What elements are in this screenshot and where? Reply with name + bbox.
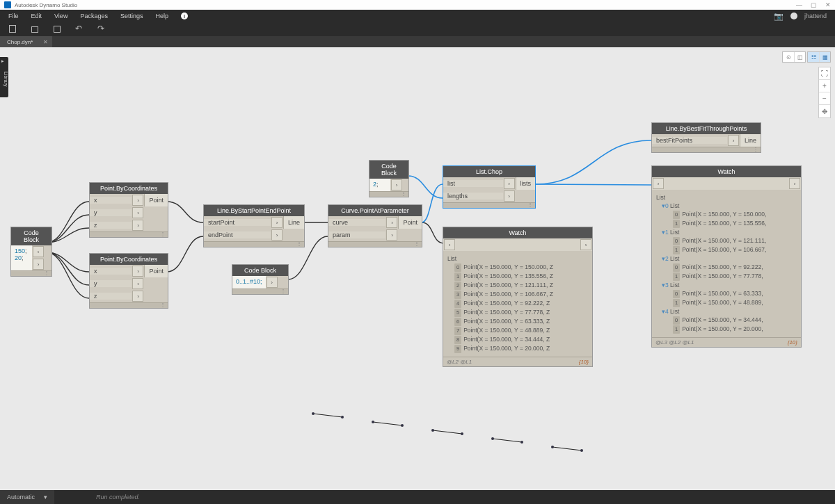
node-header[interactable]: Point.ByCoordinates xyxy=(90,183,168,194)
output-port[interactable]: Line xyxy=(283,216,304,229)
svg-line-12 xyxy=(552,447,582,450)
output-port[interactable]: Point xyxy=(144,265,168,277)
run-mode-dropdown[interactable]: Automatic ▾ xyxy=(0,490,54,504)
node-header[interactable]: List.Chop xyxy=(443,166,535,177)
input-port[interactable]: › xyxy=(653,178,664,189)
view-toggles: ⊙ ◫ ☷ ▦ xyxy=(782,51,831,63)
info-icon[interactable]: i xyxy=(181,13,188,19)
node-point-by-coordinates-1[interactable]: Point.ByCoordinates x› y› z› Point xyxy=(89,182,168,238)
menu-file[interactable]: File xyxy=(8,13,19,19)
node-code-block-2[interactable]: Code Block 0..1..#10; › xyxy=(232,264,289,295)
input-port[interactable]: › xyxy=(132,220,143,231)
node-header[interactable]: Code Block xyxy=(369,161,408,179)
menu-bar: File Edit View Packages Settings Help i … xyxy=(0,10,835,22)
camera-icon[interactable]: 📷 xyxy=(774,12,784,21)
input-port[interactable]: › xyxy=(132,195,143,206)
view-3d-icon[interactable]: ▦ xyxy=(819,52,830,62)
svg-point-2 xyxy=(341,416,344,418)
output-port[interactable]: Point xyxy=(144,194,168,206)
menu-view[interactable]: View xyxy=(54,13,67,19)
app-title: Autodesk Dynamo Studio xyxy=(15,2,77,8)
redo-icon[interactable] xyxy=(97,25,106,33)
view-graph-icon[interactable]: ☷ xyxy=(808,52,819,62)
user-name[interactable]: jhattend xyxy=(804,13,827,19)
input-port[interactable]: › xyxy=(444,239,455,250)
node-header[interactable]: Code Block xyxy=(11,227,51,245)
svg-point-11 xyxy=(520,441,523,444)
node-code-block-3[interactable]: Code Block 2; › xyxy=(369,160,409,197)
pan-icon[interactable]: ✥ xyxy=(819,105,830,117)
maximize-button[interactable]: ▢ xyxy=(811,1,817,8)
node-watch-2[interactable]: Watch ›› List▾0 List0Point(X = 150.000, … xyxy=(651,165,802,348)
svg-point-10 xyxy=(491,437,494,440)
tab-active[interactable]: Chop.dyn* ✕ xyxy=(0,36,52,47)
input-port[interactable]: › xyxy=(132,291,143,302)
input-port[interactable]: › xyxy=(386,217,397,228)
toolbar xyxy=(0,22,835,36)
view-nav-icon[interactable]: ◫ xyxy=(794,52,805,62)
node-line-by-best-fit[interactable]: Line.ByBestFitThroughPoints bestFitPoint… xyxy=(651,122,761,153)
node-header[interactable]: Watch xyxy=(652,166,801,177)
node-header[interactable]: Curve.PointAtParameter xyxy=(328,205,422,216)
output-port[interactable]: Line xyxy=(740,134,761,147)
save-file-icon[interactable] xyxy=(53,25,61,33)
status-bar: Automatic ▾ Run completed. xyxy=(0,490,835,504)
input-port[interactable]: › xyxy=(132,266,143,277)
output-port[interactable]: › xyxy=(789,178,800,189)
output-port[interactable]: › xyxy=(580,239,591,250)
input-port[interactable]: › xyxy=(504,178,515,189)
output-port[interactable]: › xyxy=(33,246,44,257)
library-panel-handle[interactable]: Library ▸ xyxy=(0,57,8,97)
node-watch-1[interactable]: Watch ›› List0Point(X = 150.000, Y = 150… xyxy=(443,227,593,367)
user-avatar-icon[interactable] xyxy=(790,13,797,19)
output-port[interactable]: › xyxy=(267,277,278,288)
code-input[interactable]: 2; xyxy=(369,179,390,191)
input-port[interactable]: › xyxy=(271,229,283,241)
minimize-button[interactable]: — xyxy=(796,1,802,8)
open-file-icon[interactable] xyxy=(31,25,39,33)
output-port[interactable]: › xyxy=(33,259,44,270)
output-port[interactable]: Point xyxy=(398,216,422,229)
app-logo-icon xyxy=(4,1,11,8)
zoom-in-icon[interactable]: + xyxy=(819,80,830,92)
input-port[interactable]: › xyxy=(132,278,143,289)
menu-help[interactable]: Help xyxy=(155,13,168,19)
output-port[interactable]: lists xyxy=(516,177,536,190)
input-port[interactable]: › xyxy=(728,135,739,146)
node-header[interactable]: Point.ByCoordinates xyxy=(90,254,168,265)
code-input[interactable]: 0..1..#10; xyxy=(232,276,266,288)
node-header[interactable]: Watch xyxy=(443,227,592,238)
input-port[interactable]: › xyxy=(271,217,283,228)
input-port[interactable]: › xyxy=(132,207,143,218)
svg-line-3 xyxy=(373,422,402,425)
zoom-out-icon[interactable]: − xyxy=(819,92,830,105)
node-header[interactable]: Code Block xyxy=(232,265,288,276)
menu-packages[interactable]: Packages xyxy=(80,13,108,19)
node-header[interactable]: Line.ByBestFitThroughPoints xyxy=(652,123,761,134)
node-point-by-coordinates-2[interactable]: Point.ByCoordinates x› y› z› Point xyxy=(89,253,168,309)
svg-line-9 xyxy=(493,439,522,442)
undo-icon[interactable] xyxy=(75,25,84,33)
zoom-fit-icon[interactable]: ⛶ xyxy=(819,67,830,80)
menu-edit[interactable]: Edit xyxy=(31,13,42,19)
close-button[interactable]: ✕ xyxy=(825,1,831,8)
input-port[interactable]: › xyxy=(386,229,397,241)
node-list-chop[interactable]: List.Chop list› lengths› lists xyxy=(443,165,536,209)
node-line-by-start-end[interactable]: Line.ByStartPointEndPoint startPoint› en… xyxy=(203,204,305,247)
svg-point-7 xyxy=(431,429,434,432)
chevron-down-icon: ▾ xyxy=(44,494,47,501)
code-input[interactable]: 150;20; xyxy=(11,245,32,270)
zoom-controls: ⛶ + − ✥ xyxy=(818,67,831,118)
node-code-block-1[interactable]: Code Block 150;20; › › xyxy=(10,227,52,277)
node-header[interactable]: Line.ByStartPointEndPoint xyxy=(204,205,304,216)
tab-bar: Chop.dyn* ✕ xyxy=(0,36,835,47)
tab-close-icon[interactable]: ✕ xyxy=(43,39,48,45)
menu-settings[interactable]: Settings xyxy=(120,13,143,19)
output-port[interactable]: › xyxy=(391,179,402,190)
geometry-preview xyxy=(0,386,835,469)
new-file-icon[interactable] xyxy=(8,25,17,33)
canvas[interactable]: Code Block 150;20; › › Point.ByCoordinat… xyxy=(0,47,835,490)
node-curve-point-at-parameter[interactable]: Curve.PointAtParameter curve› param› Poi… xyxy=(328,204,422,247)
input-port[interactable]: › xyxy=(504,190,515,202)
view-nav-icon[interactable]: ⊙ xyxy=(783,52,794,62)
